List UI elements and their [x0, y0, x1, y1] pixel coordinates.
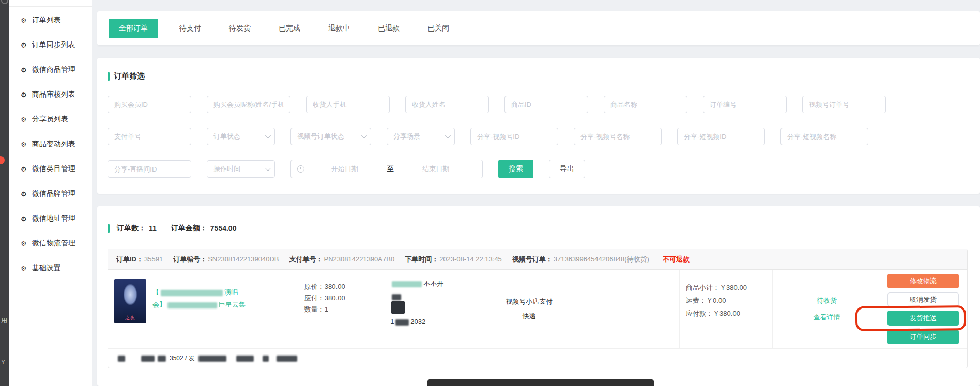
sidebar-item-label: 商品审核列表	[32, 90, 75, 99]
filter-input-pay-no[interactable]	[108, 128, 191, 145]
product-image: 之夜	[114, 279, 146, 323]
status-cell: 待收货 查看详情	[773, 270, 881, 348]
sidebar-item-order-sync-list[interactable]: ⚙ 订单同步列表	[9, 33, 92, 57]
sidebar-item-product-audit[interactable]: ⚙ 商品审核列表	[9, 82, 92, 107]
view-detail-link[interactable]: 查看详情	[814, 313, 840, 322]
main-content: 全部订单 待支付 待发货 已完成 退款中 已退款 已关闭 订单筛选 订单状态	[92, 0, 980, 386]
sidebar-item-sharer-list[interactable]: ⚙ 分享员列表	[9, 107, 92, 132]
tab-all-orders[interactable]: 全部订单	[109, 19, 158, 38]
redacted-block	[161, 290, 223, 296]
tab-completed[interactable]: 已完成	[265, 19, 314, 38]
sidebar-divider	[9, 6, 92, 7]
redacted-block	[392, 294, 401, 300]
filter-select-share-scene[interactable]: 分享场景	[387, 128, 455, 145]
tab-pending-shipment[interactable]: 待发货	[215, 19, 265, 38]
gear-icon: ⚙	[21, 265, 27, 272]
sidebar-item-label: 微信品牌管理	[32, 189, 75, 198]
search-button[interactable]: 搜索	[498, 160, 533, 178]
poster-caption: 之夜	[114, 315, 146, 321]
buyer-phone-suffix: 2032	[410, 318, 425, 326]
pay-no-label: 支付单号：	[289, 255, 323, 263]
filter-daterange-picker[interactable]: 开始日期 至 结束日期	[290, 160, 483, 178]
tab-pending-payment[interactable]: 待支付	[165, 19, 215, 38]
sidebar-item-wechat-product[interactable]: ⚙ 微信商品管理	[9, 57, 92, 82]
cancel-shipment-button[interactable]: 取消发货	[887, 292, 959, 307]
order-sn-label: 订单编号：	[173, 255, 207, 263]
order-sn-value: SN23081422139040DB	[208, 255, 279, 263]
filter-input-wxvideo-order-no[interactable]	[802, 96, 886, 113]
filter-input-order-sn[interactable]	[703, 96, 787, 113]
order-id-value: 35591	[144, 255, 163, 263]
ship-push-button[interactable]: 发货推送	[887, 311, 959, 326]
sidebar-item-basic-settings[interactable]: ⚙ 基础设置	[9, 256, 92, 281]
redacted-block	[158, 356, 166, 362]
product-title: 【演唱 会】巨星云集	[152, 286, 246, 341]
filter-input-product-name[interactable]	[604, 96, 687, 113]
filter-input-buyer-nickname[interactable]	[207, 96, 290, 113]
orders-list-panel: 订单数： 11 订单金额： 7554.00 订单ID：35591 订单编号：SN…	[97, 206, 980, 386]
order-card: 订单ID：35591 订单编号：SN23081422139040DB 支付单号：…	[108, 249, 968, 368]
subtotal-line: 商品小计：￥380.00	[686, 281, 766, 294]
filter-input-share-video-name[interactable]	[574, 128, 662, 145]
tab-closed[interactable]: 已关闭	[414, 19, 463, 38]
sidebar-item-wechat-logistics[interactable]: ⚙ 微信物流管理	[9, 231, 92, 256]
daterange-end[interactable]: 结束日期	[396, 164, 477, 174]
gear-icon: ⚙	[21, 141, 27, 148]
wxvideo-order-label: 视频号订单：	[512, 255, 553, 263]
redacted-block	[198, 356, 226, 362]
filter-select-op-time[interactable]: 操作时间	[207, 160, 275, 178]
sidebar-item-label: 微信物流管理	[32, 239, 75, 248]
tab-refunding[interactable]: 退款中	[314, 19, 364, 38]
filter-row-1	[108, 96, 968, 113]
redacted-block	[395, 319, 409, 326]
filter-select-wxvideo-order-status[interactable]: 视频号订单状态	[290, 128, 371, 145]
filter-select-order-status[interactable]: 订单状态	[207, 128, 275, 145]
order-count-value: 11	[149, 224, 157, 233]
section-accent-bar	[108, 72, 110, 81]
gear-icon: ⚙	[21, 166, 27, 173]
rail-logo-icon	[1, 0, 8, 4]
sidebar-item-order-list[interactable]: ⚙ 订单列表	[9, 8, 92, 33]
sidebar-item-label: 订单列表	[32, 16, 61, 25]
order-card-footer: 3502 / 发	[108, 348, 967, 368]
gear-icon: ⚙	[21, 215, 27, 222]
wxvideo-order-value: 3713639964544206848(待收货)	[554, 255, 649, 263]
section-accent-bar	[108, 224, 110, 233]
filter-input-share-shortvideo-id[interactable]	[677, 128, 765, 145]
payment-method: 视频号小店支付	[506, 297, 553, 306]
order-status-tabs: 全部订单 待支付 待发货 已完成 退款中 已退款 已关闭	[97, 11, 980, 45]
rail-mid-label: 用	[1, 316, 7, 325]
sidebar-item-wechat-category[interactable]: ⚙ 微信类目管理	[9, 157, 92, 181]
rail-bottom-label: Y	[1, 359, 5, 366]
order-id-label: 订单ID：	[116, 255, 143, 263]
filter-input-buyer-id[interactable]	[108, 96, 191, 113]
sidebar-item-wechat-brand[interactable]: ⚙ 微信品牌管理	[9, 181, 92, 206]
modify-logistics-button[interactable]: 修改物流	[887, 274, 959, 288]
tab-refunded[interactable]: 已退款	[364, 19, 414, 38]
redacted-block	[392, 281, 422, 287]
sidebar-item-label: 微信类目管理	[32, 164, 75, 174]
filter-input-receiver-name[interactable]	[405, 96, 489, 113]
filter-input-receiver-phone[interactable]	[306, 96, 390, 113]
daterange-start[interactable]: 开始日期	[304, 164, 385, 174]
filter-input-share-shortvideo-name[interactable]	[780, 128, 868, 145]
sidebar-item-wechat-address[interactable]: ⚙ 微信地址管理	[9, 206, 92, 231]
filter-input-product-id[interactable]	[504, 96, 588, 113]
redacted-block	[118, 356, 125, 362]
order-card-header: 订单ID：35591 订单编号：SN23081422139040DB 支付单号：…	[108, 249, 967, 270]
order-count-label: 订单数：	[117, 224, 146, 233]
buyer-avatar	[391, 301, 405, 314]
redacted-block	[277, 356, 297, 362]
redacted-block	[263, 356, 269, 362]
chevron-down-icon	[445, 133, 451, 138]
order-sync-button[interactable]: 订单同步	[887, 330, 959, 344]
shipping-method: 快递	[523, 312, 536, 321]
actions-cell: 修改物流 取消发货 发货推送 订单同步	[881, 270, 967, 348]
gear-icon: ⚙	[21, 17, 27, 24]
export-button[interactable]: 导出	[549, 160, 585, 178]
filter-input-share-video-id[interactable]	[470, 128, 558, 145]
filter-input-share-live-id[interactable]	[108, 160, 191, 178]
sidebar-item-product-change[interactable]: ⚙ 商品变动列表	[9, 132, 92, 157]
collapsed-rail: 用 Y	[0, 0, 9, 386]
totals-cell: 商品小计：￥380.00 运费：￥0.00 应付款：￥380.00	[680, 270, 773, 348]
